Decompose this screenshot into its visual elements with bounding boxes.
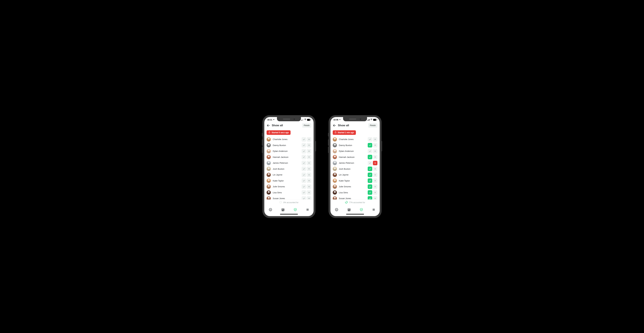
mark-present-button[interactable] (368, 149, 372, 153)
tab-safety[interactable] (360, 208, 363, 211)
mark-absent-button[interactable] (307, 155, 311, 159)
person-row: Lin Jayme (266, 172, 311, 178)
person-name: Danny Buxton (273, 144, 300, 146)
home-indicator (330, 214, 380, 216)
mark-present-button[interactable] (302, 184, 306, 189)
mark-absent-button[interactable] (307, 143, 311, 147)
page-title: Show all (338, 124, 366, 127)
svg-point-70 (348, 210, 349, 210)
tab-safety[interactable] (294, 208, 297, 211)
mark-absent-button[interactable] (307, 190, 311, 195)
tab-activity[interactable] (335, 208, 338, 211)
avatar (333, 185, 337, 189)
person-name: Lisa Sims (339, 191, 366, 194)
person-name: Danny Buxton (339, 144, 366, 146)
mark-absent-button[interactable] (373, 196, 378, 199)
mark-present-button[interactable] (302, 178, 306, 183)
mark-absent-button[interactable] (307, 161, 311, 165)
wifi-icon (304, 118, 306, 121)
person-row: Hannah Jackson (266, 154, 311, 160)
person-name: James Peterson (273, 162, 300, 164)
mark-absent-button[interactable] (307, 149, 311, 153)
started-label: Started 5 secs ago (272, 131, 289, 134)
mark-absent-button[interactable] (307, 167, 311, 171)
page-title: Show all (272, 124, 300, 127)
tab-activity[interactable] (269, 208, 272, 211)
mark-absent-button[interactable] (373, 143, 378, 147)
started-pill: Started 5 secs ago (266, 130, 290, 135)
started-label: Started 1 min ago (338, 131, 354, 134)
avatar (333, 161, 337, 165)
mark-present-button[interactable] (302, 190, 306, 195)
svg-point-67 (335, 208, 338, 211)
status-time: 16:11 (267, 119, 272, 121)
people-list: Charlotte Jones Danny Buxton Dylan Ander… (264, 136, 314, 199)
person-name: Dylan Anderson (273, 150, 300, 152)
mark-absent-button[interactable] (373, 190, 378, 195)
tab-calendar[interactable] (347, 208, 351, 211)
mark-present-button[interactable] (368, 137, 372, 142)
mark-absent-button[interactable] (307, 173, 311, 177)
finish-button[interactable]: Finish (368, 123, 378, 128)
mark-present-button[interactable] (368, 173, 372, 177)
person-name: Dylan Anderson (339, 150, 366, 152)
back-button[interactable] (266, 124, 270, 127)
mark-absent-button[interactable] (307, 137, 311, 142)
mark-present-button[interactable] (368, 167, 372, 171)
person-name: Susan Jones (339, 197, 366, 199)
mark-present-button[interactable] (302, 137, 306, 142)
person-name: Katie Taylor (273, 180, 300, 182)
progress-ring-icon (345, 201, 348, 204)
person-row: Katie Taylor (266, 178, 311, 184)
avatar (333, 196, 337, 199)
person-row: Lisa Sims (266, 190, 311, 196)
avatar (333, 155, 337, 159)
status-time: 10:48 (333, 119, 338, 121)
svg-point-32 (283, 210, 283, 210)
mark-absent-button[interactable] (307, 178, 311, 183)
mark-present-button[interactable] (368, 155, 372, 159)
mark-absent-button[interactable] (373, 173, 378, 177)
person-row: Lin Jayme (333, 172, 378, 178)
mark-absent-button[interactable] (373, 137, 378, 142)
started-pill: Started 1 min ago (333, 130, 356, 135)
mark-present-button[interactable] (302, 173, 306, 177)
mark-present-button[interactable] (368, 184, 372, 189)
svg-point-71 (349, 210, 350, 210)
signal-icon (301, 119, 304, 121)
mark-absent-button[interactable] (373, 184, 378, 189)
mark-present-button[interactable] (302, 155, 306, 159)
svg-point-34 (282, 210, 282, 211)
mark-present-button[interactable] (368, 161, 372, 165)
mark-absent-button[interactable] (373, 155, 378, 159)
progress-bar: 77% accounted for (330, 199, 380, 205)
mark-present-button[interactable] (302, 143, 306, 147)
tab-menu[interactable] (306, 208, 309, 211)
timer-icon (334, 131, 336, 134)
mark-absent-button[interactable] (373, 149, 378, 153)
mark-absent-button[interactable] (307, 196, 311, 199)
avatar (333, 137, 337, 141)
mark-absent-button[interactable] (373, 178, 378, 183)
tab-calendar[interactable] (281, 208, 285, 211)
people-list: Charlotte Jones Danny Buxton Dylan Ander… (330, 136, 380, 199)
avatar (266, 190, 271, 195)
mark-present-button[interactable] (368, 196, 372, 199)
avatar (266, 149, 271, 153)
tab-menu[interactable] (372, 208, 375, 211)
mark-present-button[interactable] (302, 149, 306, 153)
mark-present-button[interactable] (368, 178, 372, 183)
mark-present-button[interactable] (302, 161, 306, 165)
back-button[interactable] (333, 124, 336, 127)
mark-absent-button[interactable] (373, 161, 378, 165)
mark-present-button[interactable] (302, 167, 306, 171)
mark-present-button[interactable] (368, 190, 372, 195)
mark-present-button[interactable] (302, 196, 306, 199)
finish-button[interactable]: Finish (302, 123, 311, 128)
svg-point-73 (348, 210, 349, 211)
avatar (266, 167, 271, 171)
mark-present-button[interactable] (368, 143, 372, 147)
mark-absent-button[interactable] (307, 184, 311, 189)
avatar (333, 173, 337, 177)
mark-absent-button[interactable] (373, 167, 378, 171)
